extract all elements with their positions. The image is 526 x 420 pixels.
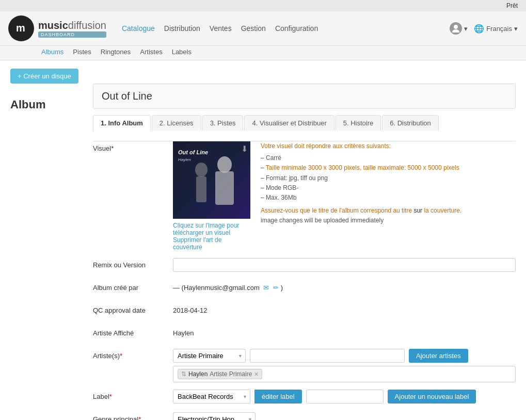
visual-info: Votre visuel doit répondre aux critères …	[261, 141, 461, 226]
status-bar: Prêt	[0, 0, 526, 11]
tab-histoire[interactable]: 5. Histoire	[336, 115, 381, 131]
navbar: m musicdiffusion DASHBOARD Catalogue Dis…	[0, 11, 526, 46]
logo-text: musicdiffusion DASHBOARD	[38, 20, 106, 38]
logo-area: m musicdiffusion DASHBOARD	[8, 15, 106, 41]
download-icon[interactable]: ⬇	[241, 144, 248, 154]
visual-criteria-5: – Max. 36Mb	[261, 193, 461, 203]
artistes-content: Artiste Primaire Artiste Secondaire Feat…	[173, 349, 516, 382]
label-selector-row: BackBeat Records éditer label Ajouter un…	[173, 390, 516, 403]
visual-section: Out of Line Haylen ⬇ Cliquez sur l'image…	[173, 141, 516, 251]
artiste-affiche-label: Artiste Affiché	[93, 326, 173, 337]
artist-tag-role: Artiste Primaire	[210, 370, 252, 378]
artist-tags: ⇅ Haylen Artiste Primaire ×	[173, 366, 516, 382]
artistes-row: Artiste(s)* Artiste Primaire Artiste Sec…	[93, 349, 516, 382]
album-cover-image[interactable]: Out of Line Haylen ⬇	[173, 141, 250, 219]
visual-criteria-title: Votre visuel doit répondre aux critères …	[261, 141, 461, 151]
album-heading: Album	[10, 98, 93, 111]
visuel-content: Out of Line Haylen ⬇ Cliquez sur l'image…	[173, 141, 516, 251]
svg-rect-8	[215, 171, 234, 205]
nav-distribution[interactable]: Distribution	[164, 24, 200, 33]
remix-input[interactable]	[173, 258, 516, 272]
artiste-affiche-value: Haylen	[173, 329, 194, 337]
svg-point-7	[217, 156, 232, 173]
artiste-affiche-row: Artiste Affiché Haylen	[93, 326, 516, 342]
genre-principal-content: Electronic/Trip Hop Pop Rock Jazz Soul	[173, 412, 516, 420]
visual-warning2: image changes will be uploaded immediate…	[261, 216, 461, 225]
new-label-input[interactable]	[306, 390, 384, 403]
album-creator-row: Album créé par — (Haylenmusic@gmail.com …	[93, 281, 516, 296]
ajouter-label-button[interactable]: Ajouter un nouveau label	[388, 390, 476, 403]
upload-visual-link[interactable]: Cliquez sur l'image pour télécharger un …	[173, 222, 239, 236]
label-select[interactable]: BackBeat Records	[173, 390, 250, 403]
remix-content	[173, 258, 516, 272]
album-creator-content: — (Haylenmusic@gmail.com ✉ ✏ )	[173, 281, 516, 292]
nav-ventes[interactable]: Ventes	[210, 24, 232, 33]
artiste-affiche-content: Haylen	[173, 326, 516, 337]
edit-creator-icon[interactable]: ✏	[273, 284, 279, 292]
svg-text:Haylen: Haylen	[178, 157, 191, 162]
nav-sub: Albums Pistes Ringtones Artistes Labels	[0, 46, 526, 60]
subnav-albums[interactable]: Albums	[41, 48, 63, 56]
artist-tag-name: Haylen	[188, 370, 208, 378]
svg-text:m: m	[16, 22, 25, 34]
tabs: 1. Info Album 2. Licenses 3. Pistes 4. V…	[93, 115, 516, 131]
album-creator-label: Album créé par	[93, 281, 173, 292]
tab-info-album[interactable]: 1. Info Album	[93, 115, 151, 131]
album-cover-wrap: Out of Line Haylen ⬇ Cliquez sur l'image…	[173, 141, 250, 251]
album-title: Out of Line	[93, 84, 516, 109]
svg-point-2	[454, 25, 458, 29]
tab-pistes[interactable]: 3. Pistes	[202, 115, 244, 131]
genre-principal-select[interactable]: Electronic/Trip Hop Pop Rock Jazz Soul	[173, 412, 256, 420]
artistes-label: Artiste(s)*	[93, 349, 173, 360]
genre-principal-wrap: Electronic/Trip Hop Pop Rock Jazz Soul	[173, 412, 256, 420]
remix-label: Remix ou Version	[93, 258, 173, 269]
qc-value: 2018-04-12	[173, 306, 208, 314]
nav-right: ▾ 🌐 Français ▾	[450, 22, 518, 35]
ajouter-artistes-button[interactable]: Ajouter artistes	[409, 349, 468, 363]
svg-rect-6	[196, 176, 206, 202]
genre-principal-label: Genre principal*	[93, 412, 173, 420]
visual-criteria-2: – Taille minimale 3000 x 3000 pixels, ta…	[261, 163, 461, 173]
visuel-row: Visuel*	[93, 141, 516, 251]
artiste-type-select[interactable]: Artiste Primaire Artiste Secondaire Feat…	[173, 349, 246, 363]
visual-criteria-1: – Carré	[261, 153, 461, 163]
tab-licenses[interactable]: 2. Licenses	[152, 115, 201, 131]
nav-gestion[interactable]: Gestion	[241, 24, 266, 33]
artiste-type-select-wrap: Artiste Primaire Artiste Secondaire Feat…	[173, 349, 246, 363]
visual-criteria-3: – Format: jpg, tiff ou png	[261, 173, 461, 183]
logo-icon: m	[8, 15, 34, 41]
tab-visualiser[interactable]: 4. Visualiser et Distribuer	[244, 115, 334, 131]
lang-dropdown[interactable]: 🌐 Français ▾	[474, 24, 518, 34]
status-label: Prêt	[506, 2, 518, 9]
qc-label: QC approval date	[93, 303, 173, 314]
subnav-ringtones[interactable]: Ringtones	[101, 48, 131, 56]
subnav-labels[interactable]: Labels	[172, 48, 192, 56]
tab-distribution[interactable]: 6. Distribution	[382, 115, 438, 131]
nav-configuration[interactable]: Configuration	[275, 24, 318, 33]
qc-row: QC approval date 2018-04-12	[93, 303, 516, 319]
logo-badge: DASHBOARD	[38, 31, 106, 38]
nav-main: Catalogue Distribution Ventes Gestion Co…	[122, 24, 439, 33]
user-dropdown[interactable]: ▾	[450, 22, 468, 35]
remove-artist-icon[interactable]: ×	[254, 370, 258, 378]
artist-selector-row: Artiste Primaire Artiste Secondaire Feat…	[173, 349, 516, 363]
user-arrow: ▾	[464, 25, 468, 33]
artiste-search-input[interactable]	[250, 349, 405, 363]
drag-handle-icon[interactable]: ⇅	[181, 370, 186, 378]
visuel-label: Visuel*	[93, 141, 173, 152]
edit-label-button[interactable]: éditer label	[254, 390, 302, 403]
qc-content: 2018-04-12	[173, 303, 516, 314]
subnav-pistes[interactable]: Pistes	[73, 48, 91, 56]
content-area: + Créer un disque Album Out of Line 1. I…	[0, 60, 526, 420]
svg-text:Out of Line: Out of Line	[178, 149, 208, 155]
album-creator-value: — (Haylenmusic@gmail.com	[173, 284, 260, 292]
subnav-artistes[interactable]: Artistes	[140, 48, 162, 56]
delete-cover-link[interactable]: Supprimer l'art de couverture	[173, 236, 221, 251]
create-disc-button[interactable]: + Créer un disque	[10, 69, 78, 84]
nav-catalogue[interactable]: Catalogue	[122, 24, 155, 33]
visual-criteria-4: – Mode RGB-	[261, 183, 461, 193]
svg-point-3	[452, 29, 459, 33]
genre-principal-row: Genre principal* Electronic/Trip Hop Pop…	[93, 412, 516, 420]
lang-arrow: ▾	[514, 25, 518, 33]
label-label: Label*	[93, 390, 173, 400]
